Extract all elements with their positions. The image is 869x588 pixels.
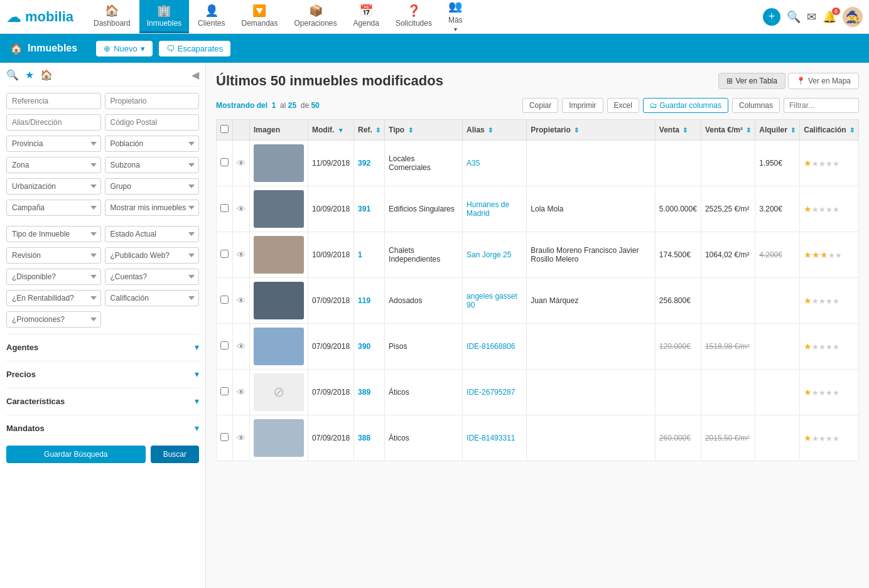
select-all-checkbox[interactable] xyxy=(220,125,229,133)
alias-link[interactable]: Humanes de Madrid xyxy=(467,200,509,218)
referencia-input[interactable] xyxy=(6,93,101,109)
copy-button[interactable]: Copiar xyxy=(522,98,558,113)
eye-icon[interactable]: 👁 xyxy=(237,433,246,443)
row-checkbox[interactable] xyxy=(220,341,229,350)
star-icon: ★ xyxy=(804,158,812,168)
alias-link[interactable]: angeles gasset 90 xyxy=(467,292,517,309)
ref-link[interactable]: 391 xyxy=(358,205,370,213)
poblacion-select[interactable]: Población xyxy=(105,136,200,152)
eye-icon[interactable]: 👁 xyxy=(237,296,246,306)
en-rentabilidad-select[interactable]: ¿En Rentabilidad? xyxy=(6,290,101,306)
row-checkbox[interactable] xyxy=(220,250,229,258)
th-calificacion[interactable]: Calificación ⇕ xyxy=(800,120,859,141)
table-row: 👁 07/09/2018 388 Áticos IDE-81493311 260… xyxy=(217,415,859,461)
agentes-section-header[interactable]: Agentes ▾ xyxy=(6,339,199,355)
sidebar-home-button[interactable]: 🏠 xyxy=(40,69,53,81)
eye-icon[interactable]: 👁 xyxy=(237,387,246,397)
nav-operaciones[interactable]: 📦 Operaciones xyxy=(287,0,345,33)
escaparates-button[interactable]: 🗨 Escaparates xyxy=(159,41,230,56)
search-button[interactable]: Buscar xyxy=(151,446,199,463)
alias-input[interactable] xyxy=(6,114,101,131)
ref-link[interactable]: 390 xyxy=(358,342,370,351)
grupo-select[interactable]: Grupo xyxy=(105,178,200,195)
nav-dashboard[interactable]: 🏠 Dashboard xyxy=(86,0,138,33)
page-title-icon: 🏠 xyxy=(10,43,23,55)
campana-select[interactable]: Campaña xyxy=(6,200,101,216)
promociones-select[interactable]: ¿Promociones? xyxy=(6,311,101,328)
search-nav-button[interactable]: 🔍 xyxy=(787,10,801,24)
alias-link[interactable]: IDE-26795287 xyxy=(467,388,515,397)
estado-actual-select[interactable]: Estado Actual xyxy=(105,226,200,242)
ref-link[interactable]: 392 xyxy=(358,159,370,168)
th-propietario[interactable]: Propietario ⇕ xyxy=(527,120,655,141)
row-alquiler: 1.950€ xyxy=(755,141,800,186)
caracteristicas-section-header[interactable]: Características ▾ xyxy=(6,393,199,409)
publicado-web-select[interactable]: ¿Publicado Web? xyxy=(105,247,200,264)
precios-section-header[interactable]: Precios ▾ xyxy=(6,366,199,382)
filter-input[interactable] xyxy=(784,98,859,113)
sidebar-star-button[interactable]: ★ xyxy=(25,69,34,81)
view-table-button[interactable]: ⊞ Ver en Tabla xyxy=(718,73,785,89)
provincia-select[interactable]: Provincia xyxy=(6,136,101,152)
row-checkbox-cell xyxy=(217,370,233,415)
subzona-select[interactable]: Subzona xyxy=(105,157,200,173)
alias-link[interactable]: San Jorge 25 xyxy=(467,250,511,259)
save-columns-button[interactable]: 🗂 Guardar columnas xyxy=(643,98,728,113)
sidebar-collapse-button[interactable]: ◀ xyxy=(192,69,199,81)
row-checkbox[interactable] xyxy=(220,296,229,304)
th-tipo[interactable]: Tipo ⇕ xyxy=(385,120,463,141)
new-button[interactable]: ⊕ Nuevo ▾ xyxy=(96,41,153,56)
mostrar-mis-inmuebles-select[interactable]: Mostrar mis inmuebles xyxy=(105,200,200,216)
columns-button[interactable]: Columnas xyxy=(732,98,780,113)
th-venta-m2[interactable]: Venta €/m² ⇕ xyxy=(701,120,755,141)
th-modif[interactable]: Modif. ▼ xyxy=(308,120,354,141)
nav-agenda[interactable]: 📅 Agenda xyxy=(346,0,387,33)
ref-link[interactable]: 1 xyxy=(358,250,362,259)
mandatos-section-header[interactable]: Mandatos ▾ xyxy=(6,420,199,436)
row-checkbox[interactable] xyxy=(220,204,229,212)
view-map-button[interactable]: 📍 Ver en Mapa xyxy=(788,73,859,89)
alias-link[interactable]: A35 xyxy=(467,159,480,168)
revision-select[interactable]: Revisión xyxy=(6,247,101,264)
alias-link[interactable]: IDE-81668806 xyxy=(467,342,515,351)
eye-icon[interactable]: 👁 xyxy=(237,158,246,168)
nav-solicitudes[interactable]: ❓ Solicitudes xyxy=(388,0,440,33)
cuentas-select[interactable]: ¿Cuentas? xyxy=(105,269,200,285)
th-ref[interactable]: Ref. ⇕ xyxy=(354,120,385,141)
save-search-button[interactable]: Guardar Búsqueda xyxy=(6,446,146,463)
row-date: 10/09/2018 xyxy=(308,186,354,232)
calificacion-select[interactable]: Calificación xyxy=(105,290,200,306)
eye-icon[interactable]: 👁 xyxy=(237,250,246,260)
messages-button[interactable]: ✉ xyxy=(807,10,816,24)
nav-clientes[interactable]: 👤 Clientes xyxy=(190,0,232,33)
row-checkbox[interactable] xyxy=(220,387,229,395)
print-button[interactable]: Imprimir xyxy=(562,98,603,113)
ref-link[interactable]: 389 xyxy=(358,388,370,397)
row-checkbox[interactable] xyxy=(220,158,229,166)
disponible-select[interactable]: ¿Disponible? xyxy=(6,269,101,285)
eye-icon[interactable]: 👁 xyxy=(237,204,246,214)
excel-button[interactable]: Excel xyxy=(607,98,639,113)
urbanizacion-select[interactable]: Urbanización xyxy=(6,178,101,195)
sidebar-search-button[interactable]: 🔍 xyxy=(6,69,19,81)
notifications-button[interactable]: 🔔6 xyxy=(823,10,836,24)
th-alias[interactable]: Alias ⇕ xyxy=(463,120,527,141)
eye-icon[interactable]: 👁 xyxy=(237,341,246,351)
zona-select[interactable]: Zona xyxy=(6,157,101,173)
add-button[interactable]: + xyxy=(763,8,780,26)
row-date: 07/09/2018 xyxy=(308,278,354,324)
th-venta[interactable]: Venta ⇕ xyxy=(655,120,701,141)
row-checkbox[interactable] xyxy=(220,433,229,441)
propietario-input[interactable] xyxy=(105,93,200,109)
nav-mas[interactable]: 👥 Más ▾ xyxy=(441,0,470,38)
ref-link[interactable]: 119 xyxy=(358,296,370,305)
row-calificacion: ★★★★★ xyxy=(800,141,859,186)
tipo-inmueble-select[interactable]: Tipo de Inmueble xyxy=(6,226,101,242)
th-alquiler[interactable]: Alquiler ⇕ xyxy=(755,120,800,141)
ref-link[interactable]: 388 xyxy=(358,434,370,442)
codigo-postal-input[interactable] xyxy=(105,114,200,131)
row-checkbox-cell xyxy=(217,232,233,278)
alias-link[interactable]: IDE-81493311 xyxy=(467,434,515,442)
nav-demandas[interactable]: 🔽 Demandas xyxy=(234,0,285,33)
nav-inmuebles[interactable]: 🏢 Inmuebles xyxy=(139,0,189,33)
